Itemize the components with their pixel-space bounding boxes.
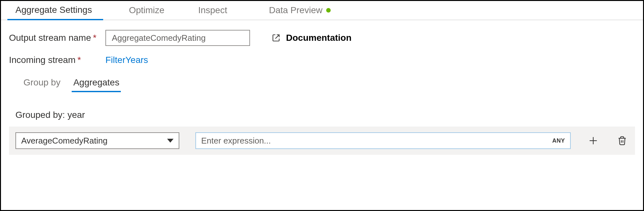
- incoming-stream-row: Incoming stream* FilterYears: [9, 55, 635, 65]
- expression-input-wrap[interactable]: ANY: [195, 132, 571, 149]
- grouped-by-label: Grouped by: year: [15, 110, 635, 120]
- documentation-link[interactable]: Documentation: [272, 33, 352, 43]
- sub-tabs: Group by Aggregates: [22, 74, 635, 92]
- subtab-aggregates[interactable]: Aggregates: [72, 74, 121, 92]
- tab-label: Inspect: [198, 5, 227, 15]
- output-stream-label: Output stream name*: [9, 33, 105, 43]
- tab-label: Optimize: [129, 5, 164, 15]
- add-button[interactable]: [587, 134, 600, 147]
- subtab-label: Aggregates: [73, 77, 119, 87]
- tab-label: Data Preview: [269, 5, 323, 15]
- plus-icon: [588, 136, 598, 145]
- status-dot-icon: [326, 8, 331, 13]
- expression-input[interactable]: [201, 136, 552, 146]
- type-badge: ANY: [552, 137, 565, 144]
- external-link-icon: [272, 34, 280, 42]
- label-text: Output stream name: [9, 33, 91, 43]
- combo-value: AverageComedyRating: [21, 136, 107, 146]
- output-stream-input[interactable]: [105, 30, 250, 46]
- tab-data-preview[interactable]: Data Preview: [261, 1, 342, 20]
- subtab-group-by[interactable]: Group by: [22, 74, 62, 92]
- output-stream-row: Output stream name* Documentation: [9, 30, 635, 46]
- tab-aggregate-settings[interactable]: Aggregate Settings: [7, 1, 103, 20]
- column-name-combo[interactable]: AverageComedyRating: [15, 132, 179, 149]
- trash-icon: [617, 136, 627, 145]
- aggregate-row: AverageComedyRating ANY: [9, 127, 635, 155]
- delete-button[interactable]: [616, 134, 629, 147]
- content-area: Output stream name* Documentation Incomi…: [1, 20, 643, 164]
- incoming-stream-label: Incoming stream*: [9, 55, 105, 65]
- required-asterisk-icon: *: [93, 33, 96, 43]
- tab-label: Aggregate Settings: [15, 5, 92, 15]
- documentation-label: Documentation: [286, 33, 352, 43]
- tab-inspect[interactable]: Inspect: [190, 1, 238, 20]
- subtab-label: Group by: [23, 77, 60, 87]
- tab-optimize[interactable]: Optimize: [121, 1, 175, 20]
- label-text: Incoming stream: [9, 55, 76, 65]
- chevron-down-icon: [167, 139, 174, 143]
- required-asterisk-icon: *: [77, 55, 81, 65]
- incoming-stream-link[interactable]: FilterYears: [105, 55, 148, 65]
- main-tabs: Aggregate Settings Optimize Inspect Data…: [1, 1, 643, 20]
